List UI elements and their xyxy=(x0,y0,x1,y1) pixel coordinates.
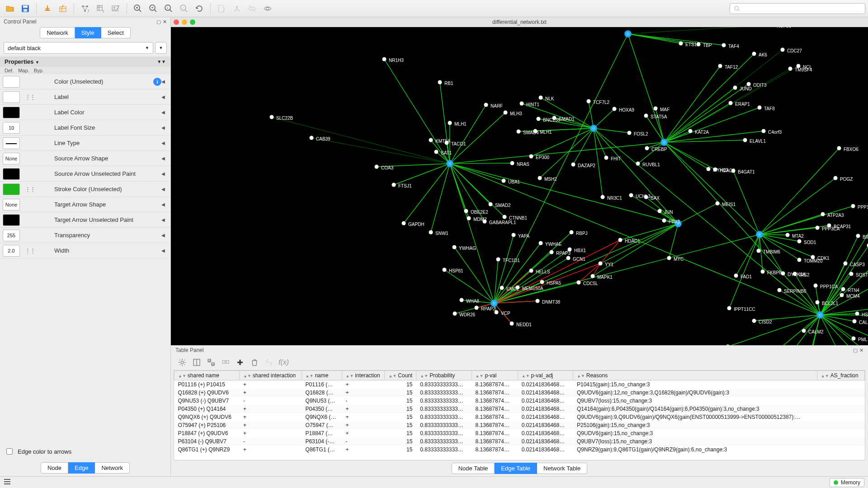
edge-color-to-arrows-checkbox[interactable]: Edge color to arrows xyxy=(0,443,170,460)
style-options-button[interactable]: ▼ xyxy=(155,42,167,54)
network-node[interactable] xyxy=(402,221,406,225)
network-node[interactable] xyxy=(816,226,820,230)
network-node[interactable] xyxy=(429,230,433,235)
network-node[interactable] xyxy=(679,42,683,46)
network-node[interactable] xyxy=(716,202,720,206)
network-node[interactable] xyxy=(538,176,542,180)
element-tab-node[interactable]: Node xyxy=(41,462,68,474)
network-node[interactable] xyxy=(814,284,818,288)
data-table[interactable]: ▲▼shared name▲▼shared interaction▲▼name▲… xyxy=(174,370,865,460)
network-node[interactable] xyxy=(510,161,514,165)
network-node[interactable] xyxy=(503,215,507,219)
network-hub[interactable] xyxy=(590,125,597,132)
import-table-icon[interactable] xyxy=(56,1,70,16)
network-node[interactable] xyxy=(727,306,731,310)
zoom-in-icon[interactable] xyxy=(131,1,145,16)
default-value[interactable]: None xyxy=(3,153,20,164)
column-header[interactable]: ▲▼interaction xyxy=(342,371,385,380)
float-icon[interactable]: ▢ xyxy=(853,347,858,353)
deselect-icon[interactable] xyxy=(221,357,231,367)
network-node[interactable] xyxy=(270,115,274,119)
network-node[interactable] xyxy=(550,250,554,254)
expand-icon[interactable]: ◀ xyxy=(161,248,168,253)
property-target-arrow-unselected-paint[interactable]: Target Arrow Unselected Paint◀ xyxy=(0,212,170,228)
network-node[interactable] xyxy=(500,286,504,290)
zoom-select-icon[interactable] xyxy=(177,1,191,16)
mapping-handle[interactable]: ⋮⋮ xyxy=(22,247,38,254)
network-node[interactable] xyxy=(429,138,433,142)
expand-icon[interactable]: ◀ xyxy=(161,156,168,161)
network-node[interactable] xyxy=(793,272,797,276)
network-node[interactable] xyxy=(729,101,733,105)
select-all-icon[interactable] xyxy=(206,357,216,367)
network-node[interactable] xyxy=(851,204,855,208)
memory-indicator[interactable]: Memory xyxy=(830,478,864,487)
network-hub[interactable] xyxy=(446,160,453,167)
style-select[interactable]: default black ▼ xyxy=(4,42,153,54)
network-node[interactable] xyxy=(856,234,860,238)
network-node[interactable] xyxy=(529,269,533,273)
new-network-icon[interactable] xyxy=(214,1,229,16)
network-node[interactable] xyxy=(517,130,521,134)
open-icon[interactable] xyxy=(3,1,17,16)
table-tab-node-table[interactable]: Node Table xyxy=(452,463,495,474)
network-node[interactable] xyxy=(539,96,543,100)
close-icon[interactable]: ✕ xyxy=(859,347,863,353)
network-node[interactable] xyxy=(512,233,516,237)
property-label[interactable]: ⋮⋮Label◀ xyxy=(0,89,170,105)
network-node[interactable] xyxy=(853,319,857,324)
table-tab-edge-table[interactable]: Edge Table xyxy=(495,463,537,474)
expand-icon[interactable]: ◀ xyxy=(161,141,168,145)
table-row[interactable]: P63104 (-) Q9UBV7-P63104 (-…-150.8333333… xyxy=(175,437,865,446)
float-icon[interactable]: ▢ xyxy=(156,19,161,25)
expand-icon[interactable]: ◀ xyxy=(161,171,168,176)
close-icon[interactable]: ✕ xyxy=(163,19,167,25)
info-icon[interactable]: i xyxy=(153,78,161,86)
network-node[interactable] xyxy=(453,245,457,249)
columns-icon[interactable] xyxy=(192,357,202,367)
column-header[interactable]: ▲▼shared name xyxy=(175,371,240,380)
network-node[interactable] xyxy=(540,280,544,284)
network-node[interactable] xyxy=(520,102,524,106)
expand-icon[interactable]: ◀ xyxy=(161,202,168,207)
window-close-icon[interactable] xyxy=(174,19,179,25)
network-node[interactable] xyxy=(504,111,508,115)
network-view[interactable]: NR1H3STAT5ACTNNB1MYCBAXHDAC3SLC22BCAB39C… xyxy=(171,27,868,345)
network-node[interactable] xyxy=(566,256,571,260)
network-node[interactable] xyxy=(483,220,487,224)
network-node[interactable] xyxy=(852,337,856,341)
network-node[interactable] xyxy=(613,107,617,111)
first-neighbors-icon[interactable] xyxy=(230,1,244,16)
network-hub[interactable] xyxy=(624,30,632,38)
property-label-color[interactable]: Label Color◀ xyxy=(0,105,170,120)
network-node[interactable] xyxy=(731,169,736,173)
network-node[interactable] xyxy=(552,116,557,120)
network-node[interactable] xyxy=(475,306,479,310)
column-header[interactable]: ▲▼Reasons xyxy=(573,371,817,380)
network-node[interactable] xyxy=(618,238,623,242)
tab-select[interactable]: Select xyxy=(101,27,131,38)
expand-all-icon[interactable]: ▼▼ xyxy=(157,59,166,64)
network-node[interactable] xyxy=(464,209,468,213)
table-row[interactable]: P18847 (+) Q9UDV6+P18847 (…+150.83333333… xyxy=(175,429,865,437)
network-node[interactable] xyxy=(758,106,762,110)
link-icon[interactable] xyxy=(264,357,274,367)
element-tab-network[interactable]: Network xyxy=(95,462,130,474)
window-max-icon[interactable] xyxy=(190,19,195,25)
expand-icon[interactable]: ◀ xyxy=(161,233,168,238)
window-controls[interactable] xyxy=(174,19,195,25)
network-node[interactable] xyxy=(310,136,314,140)
network-node[interactable] xyxy=(658,209,662,213)
network-hub[interactable] xyxy=(660,139,668,146)
column-header[interactable]: ▲▼name xyxy=(302,371,342,380)
network-node[interactable] xyxy=(443,268,447,272)
network-node[interactable] xyxy=(496,258,500,262)
default-value[interactable]: 10 xyxy=(3,122,20,134)
expand-icon[interactable]: ◀ xyxy=(161,217,168,222)
search-box[interactable] xyxy=(730,3,865,14)
network-node[interactable] xyxy=(762,129,766,133)
network-node[interactable] xyxy=(722,43,726,47)
property-source-arrow-unselected-paint[interactable]: Source Arrow Unselected Paint◀ xyxy=(0,166,170,182)
property-transparency[interactable]: 255Transparency◀ xyxy=(0,228,170,243)
network-node[interactable] xyxy=(599,262,603,266)
